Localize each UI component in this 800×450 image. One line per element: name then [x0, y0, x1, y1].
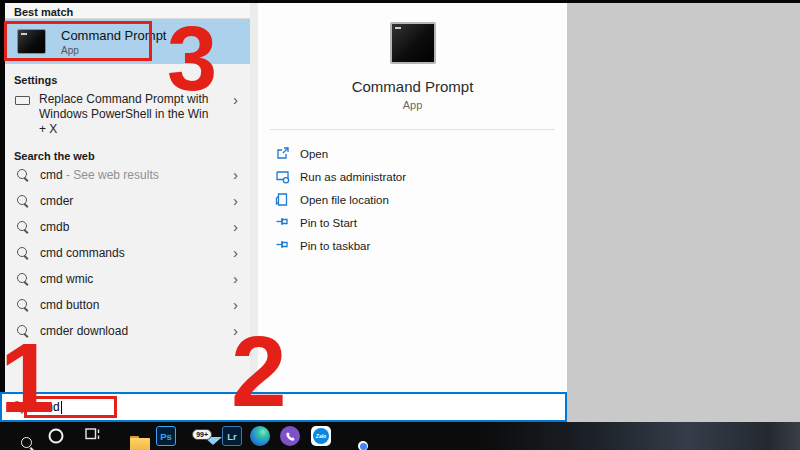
console-window-icon — [15, 96, 30, 105]
chevron-right-icon: › — [233, 188, 244, 214]
zalo-button[interactable]: Zalo — [311, 426, 331, 446]
pin-to-start-icon — [275, 215, 290, 230]
open-file-location-icon — [275, 192, 290, 207]
suggestion-label: cmder — [40, 194, 73, 208]
preview-divider — [270, 129, 555, 130]
phone-icon — [285, 431, 296, 442]
suggestion-suffix: - See web results — [63, 168, 159, 182]
chevron-right-icon: › — [233, 162, 244, 188]
pin-to-start-action[interactable]: Pin to Start — [258, 211, 567, 234]
suggestion-label: cmder download — [40, 324, 128, 338]
open-file-location-action[interactable]: Open file location — [258, 188, 567, 211]
search-icon — [17, 247, 30, 260]
cortana-button[interactable] — [49, 429, 64, 444]
web-suggestion-cmd-commands[interactable]: cmd commands › — [5, 240, 250, 266]
preview-pane: Command Prompt App Open Run as administr… — [258, 3, 567, 392]
annotation-step-2: 2 — [231, 321, 285, 421]
preview-title: Command Prompt — [258, 78, 567, 95]
web-suggestion-cmd-button[interactable]: cmd button › — [5, 292, 250, 318]
suggestion-label: cmd - See web results — [40, 168, 159, 182]
web-suggestion-cmd[interactable]: cmd - See web results › — [5, 162, 250, 188]
task-view-button[interactable] — [84, 427, 102, 446]
search-icon — [17, 221, 30, 234]
lightroom-button[interactable]: Lr — [222, 426, 242, 446]
preview-actions: Open Run as administrator Open file loca… — [258, 142, 567, 257]
taskbar: Ps 99+ Lr Zalo — [0, 422, 800, 450]
chevron-right-icon: › — [233, 214, 244, 240]
suggestion-label: cmd commands — [40, 246, 125, 260]
pin-to-taskbar-action[interactable]: Pin to taskbar — [258, 234, 567, 257]
viber-button[interactable] — [280, 426, 300, 446]
command-prompt-icon-large — [390, 22, 436, 64]
suggestion-label: cmd button — [40, 298, 99, 312]
open-action[interactable]: Open — [258, 142, 567, 165]
run-as-admin-icon — [275, 169, 290, 184]
preview-subtitle: App — [258, 99, 567, 111]
search-the-web-header: Search the web — [5, 150, 250, 162]
mail-unread-badge: 99+ — [192, 429, 212, 440]
annotation-step-3: 3 — [167, 14, 215, 104]
suggestion-label: cmdb — [40, 220, 69, 234]
chevron-right-icon: › — [233, 240, 244, 266]
edge-button[interactable] — [250, 426, 270, 446]
chevron-right-icon: › — [233, 92, 244, 107]
annotation-step-1: 1 — [0, 329, 53, 427]
windows-search-overlay: Best match Command Prompt App Settings R… — [0, 0, 800, 450]
annotation-box-best-match — [4, 21, 152, 61]
suggestion-label: cmd wmic — [40, 272, 93, 286]
web-suggestion-cmdb[interactable]: cmdb › — [5, 214, 250, 240]
search-icon — [17, 299, 30, 312]
desktop-background — [567, 3, 800, 422]
chevron-right-icon: › — [233, 266, 244, 292]
search-icon — [17, 195, 30, 208]
open-icon — [275, 146, 290, 161]
web-suggestion-cmder[interactable]: cmder › — [5, 188, 250, 214]
pin-to-taskbar-icon — [275, 238, 290, 253]
search-icon — [17, 273, 30, 286]
photoshop-button[interactable]: Ps — [156, 426, 176, 446]
run-as-administrator-action[interactable]: Run as administrator — [258, 165, 567, 188]
web-suggestion-cmd-wmic[interactable]: cmd wmic › — [5, 266, 250, 292]
search-icon — [17, 169, 30, 182]
